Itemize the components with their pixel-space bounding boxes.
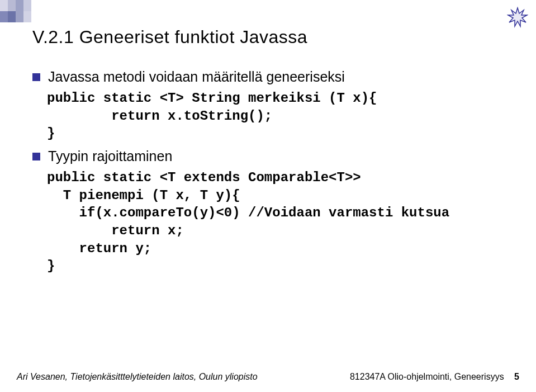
slide-footer: Ari Vesanen, Tietojenkäsitttelytieteiden… (17, 372, 519, 382)
bullet-square-icon (32, 153, 40, 160)
footer-course-text: 812347A Olio-ohjelmointi, Geneerisyys (350, 372, 504, 381)
star-icon (507, 7, 528, 30)
slide-content: V.2.1 Geneeriset funktiot Javassa Javass… (32, 27, 502, 281)
code-block: public static <T> String merkeiksi (T x)… (47, 89, 502, 143)
corner-decoration (0, 0, 34, 22)
slide-title: V.2.1 Geneeriset funktiot Javassa (32, 27, 502, 48)
svg-marker-0 (508, 8, 527, 26)
bullet-text: Javassa metodi voidaan määritellä geneer… (48, 69, 345, 85)
footer-author: Ari Vesanen, Tietojenkäsitttelytieteiden… (17, 372, 258, 382)
bullet-item: Tyypin rajoittaminen (32, 148, 502, 164)
bullet-text: Tyypin rajoittaminen (48, 148, 172, 164)
code-block: public static <T extends Comparable<T>> … (47, 169, 502, 275)
bullet-item: Javassa metodi voidaan määritellä geneer… (32, 69, 502, 85)
footer-course: 812347A Olio-ohjelmointi, Geneerisyys 5 (350, 372, 519, 382)
bullet-square-icon (32, 73, 40, 81)
footer-page-number: 5 (514, 372, 519, 381)
